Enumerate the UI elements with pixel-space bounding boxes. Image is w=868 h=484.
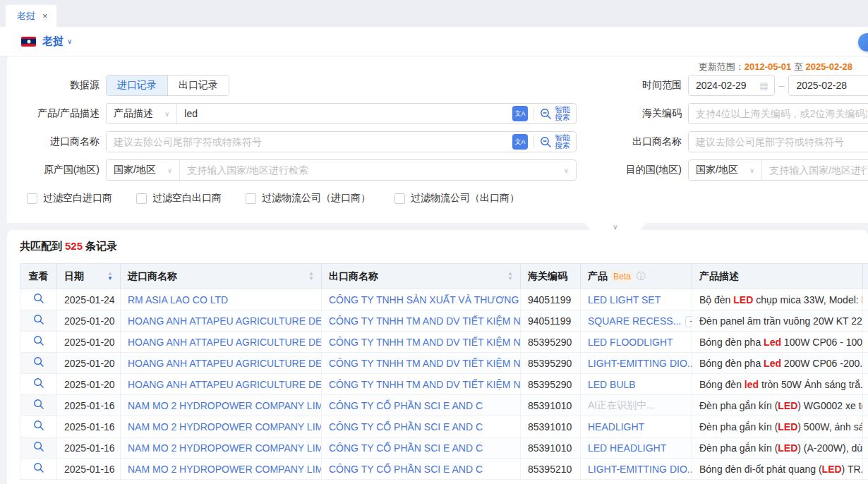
product-link[interactable]: LED FLOODLIGHT [588, 337, 673, 348]
importer-link[interactable]: HOANG ANH ATTAPEU AGRICULTURE DEVE... [128, 379, 322, 390]
importer-link[interactable]: NAM MO 2 HYDROPOWER COMPANY LIMI... [128, 464, 322, 475]
view-record-button[interactable] [33, 335, 44, 346]
exporter-link[interactable]: CÔNG TY CỔ PHẦN SCI E AND C [329, 464, 483, 475]
importer-link[interactable]: HOANG ANH ATTAPEU AGRICULTURE DEVE... [128, 315, 322, 327]
smart-search-label: 智能 搜索 [555, 106, 570, 121]
view-record-button[interactable] [33, 314, 44, 325]
importer-sort-control[interactable]: ▲▼ [308, 272, 314, 282]
view-record-icon [33, 377, 44, 389]
product-link[interactable]: HEADLIGHT [588, 421, 644, 432]
close-icon[interactable]: × [42, 11, 48, 21]
product-search-input[interactable] [177, 104, 512, 123]
filter-checkbox-0[interactable]: 过滤空白进口商 [27, 192, 112, 205]
keyword-highlight: LED [733, 294, 753, 305]
product-link[interactable]: LED LIGHT SET [588, 294, 661, 305]
destination-label: 目的国(地区) [593, 164, 688, 176]
importer-name-input[interactable] [107, 132, 512, 152]
checkbox-icon[interactable] [27, 193, 37, 204]
origin-country-select[interactable]: 国家/地区 ∨ [107, 160, 180, 180]
destination-country-select[interactable]: 国家/地区 ∨ [689, 160, 762, 180]
exporter-link[interactable]: CÔNG TY CỔ PHẦN SCI E AND C [329, 442, 483, 454]
date-start-input[interactable] [689, 75, 759, 95]
country-selector-label[interactable]: 老挝 [42, 35, 64, 48]
more-products-badge[interactable]: + 1 [685, 316, 692, 327]
exporter-link[interactable]: CÔNG TY TNHH SẢN XUẤT VÀ THƯƠNG M... [329, 294, 521, 305]
importer-link[interactable]: NAM MO 2 HYDROPOWER COMPANY LIMI... [128, 400, 322, 411]
smart-search-button[interactable]: 智能 搜索 [540, 134, 576, 150]
exporter-name-input[interactable] [689, 132, 868, 152]
view-record-button[interactable] [33, 377, 44, 389]
table-row: 2025-01-20HOANG ANH ATTAPEU AGRICULTURE … [20, 310, 868, 332]
chevron-down-icon: ∨ [564, 167, 576, 174]
tab-laos[interactable]: 老挝 × [6, 5, 56, 27]
date-cell: 2025-01-16 [57, 437, 121, 459]
floating-help-button[interactable] [858, 33, 868, 52]
date-sort-control[interactable]: ▲▼ [107, 272, 113, 282]
filter-checkbox-1[interactable]: 过滤空白出口商 [136, 192, 222, 205]
view-cell [20, 289, 57, 310]
sort-desc-icon[interactable]: ▼ [308, 277, 314, 282]
calendar-icon[interactable]: ▤ [759, 80, 773, 91]
product-cell: LIGHT-EMITTING DIO... [581, 353, 692, 374]
destination-search-input[interactable] [762, 160, 868, 180]
filter-checkbox-3[interactable]: 过滤物流公司（出口商） [394, 192, 519, 205]
checkbox-icon[interactable] [246, 193, 256, 204]
exporter-cell: CÔNG TY TNHH TM AND DV TIẾT KIỆM NĂ... [322, 310, 521, 332]
view-record-button[interactable] [33, 356, 44, 368]
product-cell: SQUARE RECESS...+ 1 [581, 310, 692, 332]
view-record-button[interactable] [33, 462, 44, 473]
chevron-down-icon[interactable]: ∨ [67, 37, 72, 45]
description-cell: Bộ đèn LED chụp mica 33W, Model: P... [692, 289, 863, 310]
product-cell: LED HEADLIGHT [581, 437, 692, 459]
view-record-button[interactable] [33, 441, 44, 452]
filter-checkbox-2[interactable]: 过滤物流公司（进口商） [246, 192, 370, 205]
view-record-icon [33, 314, 44, 325]
exporter-link[interactable]: CÔNG TY CỔ PHẦN SCI E AND C [329, 421, 483, 432]
importer-link[interactable]: RM ASIA LAO CO LTD [128, 294, 228, 305]
date-end-input[interactable] [789, 75, 868, 95]
importer-link[interactable]: HOANG ANH ATTAPEU AGRICULTURE DEVE... [128, 337, 322, 348]
view-cell [20, 459, 57, 480]
checkbox-icon[interactable] [136, 193, 147, 204]
hs-code-cell: 85391010 [521, 416, 581, 437]
product-link[interactable]: LIGHT-EMITTING DIO... [588, 358, 692, 369]
exporter-cell: CÔNG TY TNHH SẢN XUẤT VÀ THƯƠNG M... [322, 289, 521, 310]
import-records-toggle[interactable]: 进口记录 [107, 75, 167, 95]
exporter-link[interactable]: CÔNG TY TNHH TM AND DV TIẾT KIỆM NĂ... [329, 315, 521, 327]
origin-search-input[interactable] [180, 160, 563, 180]
product-cell: LED BULB [581, 374, 692, 395]
view-record-button[interactable] [33, 399, 44, 410]
exporter-link[interactable]: CÔNG TY TNHH TM AND DV TIẾT KIỆM NĂ... [329, 337, 521, 348]
exporter-sort-control[interactable]: ▲▼ [507, 272, 513, 282]
col-desc: 产品描述 [692, 264, 863, 289]
checkbox-icon[interactable] [394, 193, 405, 204]
description-text: 100W CP06 - 100... [781, 337, 863, 348]
description-text: Bóng đèn đi-ốt phát quang ( [699, 464, 822, 475]
export-records-toggle[interactable]: 出口记录 [167, 75, 229, 95]
origin-select-value: 国家/地区 [114, 164, 156, 176]
smart-search-button[interactable]: 智能 搜索 [540, 106, 576, 121]
product-type-select[interactable]: 产品描述 ∨ [107, 104, 177, 123]
product-link[interactable]: LIGHT-EMITTING DIO... [588, 464, 692, 475]
exporter-link[interactable]: CÔNG TY CỔ PHẦN SCI E AND C [329, 400, 483, 411]
date-cell: 2025-01-16 [57, 416, 121, 437]
hs-code-cell: 85395290 [521, 374, 581, 395]
view-record-button[interactable] [33, 420, 44, 431]
importer-link[interactable]: NAM MO 2 HYDROPOWER COMPANY LIMI... [128, 421, 322, 432]
exporter-link[interactable]: CÔNG TY TNHH TM AND DV TIẾT KIỆM NĂ... [329, 358, 521, 369]
hs-code-cell: 94051199 [521, 289, 581, 310]
importer-link[interactable]: NAM MO 2 HYDROPOWER COMPANY LIMI... [128, 442, 322, 454]
search-minus-icon [540, 108, 552, 120]
importer-link[interactable]: HOANG ANH ATTAPEU AGRICULTURE DEVE... [128, 358, 322, 369]
hs-code-input[interactable] [689, 104, 868, 123]
view-record-button[interactable] [33, 293, 44, 304]
product-link[interactable]: LED BULB [588, 379, 636, 390]
sort-desc-icon[interactable]: ▼ [507, 277, 513, 282]
product-link[interactable]: LED HEADLIGHT [588, 442, 666, 454]
product-link[interactable]: SQUARE RECESS... [588, 315, 681, 327]
exporter-link[interactable]: CÔNG TY TNHH TM AND DV TIẾT KIỆM NĂ... [329, 379, 521, 390]
translate-icon[interactable]: 文A [512, 106, 528, 121]
info-icon[interactable]: ⓘ [637, 270, 646, 283]
translate-icon[interactable]: 文A [512, 134, 528, 150]
sort-desc-icon[interactable]: ▼ [107, 277, 113, 282]
